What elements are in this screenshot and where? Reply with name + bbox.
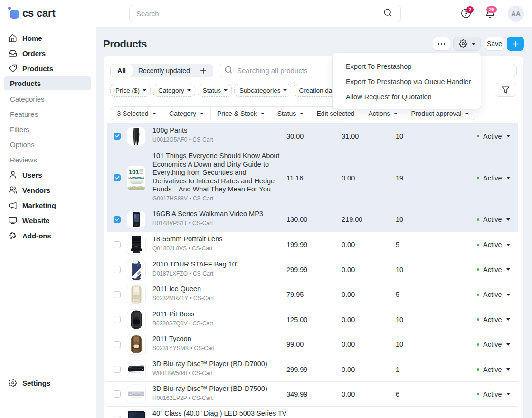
product-amount[interactable]: 5 — [396, 291, 399, 298]
add-product-button[interactable] — [507, 37, 524, 51]
product-status-dropdown[interactable]: Active — [477, 366, 510, 373]
product-list-price[interactable]: 0.00 — [342, 390, 355, 398]
product-price[interactable]: 299.99 — [286, 366, 307, 373]
product-thumbnail[interactable] — [127, 384, 146, 404]
product-price[interactable]: 130.00 — [286, 216, 307, 223]
sidebar-item-marketing[interactable]: Marketing — [0, 198, 96, 213]
product-thumbnail[interactable] — [127, 284, 146, 305]
filter-chip-subcategories[interactable]: Subcategories — [234, 84, 291, 97]
row-checkbox[interactable] — [114, 291, 121, 298]
product-thumbnail[interactable] — [127, 309, 146, 330]
product-amount[interactable]: 6 — [396, 390, 399, 398]
row-checkbox[interactable] — [114, 266, 121, 273]
product-list-price[interactable]: 0.00 — [342, 241, 355, 248]
sidebar-item-settings[interactable]: Settings — [0, 375, 96, 390]
actions-dropdown[interactable]: Actions — [361, 107, 405, 120]
more-actions-button[interactable] — [433, 37, 450, 51]
row-checkbox[interactable] — [114, 241, 121, 248]
product-list-price[interactable]: 31.00 — [342, 133, 359, 140]
row-checkbox[interactable] — [114, 366, 121, 373]
avatar[interactable]: AA — [508, 6, 524, 22]
filter-chip-price[interactable]: Price ($) — [110, 84, 151, 97]
product-status-dropdown[interactable]: Active — [477, 241, 510, 248]
product-list-price[interactable]: 0.00 — [342, 366, 355, 373]
product-price[interactable]: 199.99 — [286, 241, 307, 248]
product-amount[interactable]: 19 — [396, 174, 403, 182]
product-price[interactable]: 125.00 — [286, 316, 307, 323]
product-approval-dropdown[interactable]: Product approval — [405, 107, 475, 120]
product-thumbnail[interactable] — [127, 126, 146, 146]
sidebar-item-home[interactable]: Home — [0, 30, 96, 46]
sidebar-item-users[interactable]: Users — [0, 167, 96, 182]
product-list-price[interactable]: 0.00 — [342, 291, 355, 298]
sidebar-subitem-reviews[interactable]: Reviews — [4, 153, 91, 167]
row-checkbox[interactable] — [114, 133, 121, 140]
product-name[interactable]: 16GB A Series Walkman Video MP3 — [152, 210, 280, 218]
product-price[interactable]: 79.95 — [286, 291, 304, 298]
global-search-input[interactable] — [130, 10, 383, 18]
sidebar-item-addons[interactable]: Add-ons — [0, 228, 96, 243]
product-list-price[interactable]: 0.00 — [342, 266, 355, 274]
save-button[interactable]: Save — [485, 37, 504, 51]
product-name[interactable]: 100g Pants — [152, 126, 280, 135]
product-name[interactable]: 101 Things Everyone Should Know About Ec… — [152, 152, 280, 194]
product-list-price[interactable]: 0.00 — [342, 174, 355, 182]
logo[interactable]: cs cart — [8, 5, 56, 19]
sidebar-subitem-categories[interactable]: Categories — [4, 92, 91, 106]
menu-item-export-to-prestashop-via-queue-handler[interactable]: Export To Prestashop via Queue Handler — [333, 74, 481, 89]
price-stock-dropdown[interactable]: Price & Stock — [211, 107, 271, 120]
product-name[interactable]: 18-55mm Portrait Lens — [152, 235, 280, 244]
sidebar-item-products[interactable]: Products — [0, 61, 96, 76]
product-thumbnail[interactable] — [127, 259, 146, 281]
product-list-price[interactable]: 0.00 — [342, 316, 355, 323]
product-price[interactable]: 99.00 — [286, 341, 304, 348]
product-name[interactable]: 40" Class (40.0" Diag.) LED 5003 Series … — [152, 409, 280, 418]
product-status-dropdown[interactable]: Active — [477, 133, 510, 140]
add-tab-button[interactable] — [195, 67, 211, 75]
row-checkbox[interactable] — [114, 216, 121, 223]
product-amount[interactable]: 1 — [396, 366, 399, 373]
gear-dropdown-button[interactable] — [453, 37, 481, 51]
product-amount[interactable]: 10 — [396, 266, 403, 274]
product-status-dropdown[interactable]: Active — [477, 341, 510, 348]
row-checkbox[interactable] — [114, 174, 121, 181]
sidebar-subitem-products[interactable]: Products — [4, 76, 91, 90]
status-dropdown[interactable]: Status — [271, 107, 310, 120]
filter-chip-category[interactable]: Category — [153, 84, 195, 97]
product-list-price[interactable]: 219.00 — [342, 216, 362, 223]
product-list-price[interactable]: 0.00 — [342, 341, 355, 348]
menu-item-allow-request-for-quotation[interactable]: Allow Request for Quotation — [333, 89, 481, 104]
sidebar-item-orders[interactable]: Orders — [0, 46, 96, 61]
product-thumbnail[interactable] — [127, 334, 146, 355]
sidebar-subitem-features[interactable]: Features — [4, 107, 91, 121]
product-status-dropdown[interactable]: Active — [477, 266, 510, 274]
product-thumbnail[interactable] — [127, 211, 146, 228]
product-amount[interactable]: 10 — [396, 216, 403, 223]
row-checkbox[interactable] — [114, 390, 121, 398]
product-name[interactable]: 3D Blu-ray Disc™ Player (BD-D7500) — [152, 385, 280, 393]
product-price[interactable]: 30.00 — [286, 133, 304, 140]
sidebar-subitem-options[interactable]: Options — [4, 138, 91, 152]
edit-selected-button[interactable]: Edit selected — [310, 107, 361, 120]
sidebar-item-website[interactable]: Website — [0, 213, 96, 228]
product-name[interactable]: 2011 Pit Boss — [152, 310, 280, 319]
row-checkbox[interactable] — [114, 416, 121, 418]
product-status-dropdown[interactable]: Active — [477, 291, 510, 298]
product-amount[interactable]: 10 — [396, 316, 403, 323]
product-name[interactable]: 2011 Tycoon — [152, 335, 280, 343]
row-checkbox[interactable] — [114, 316, 121, 323]
notifications-button[interactable]: 28 — [485, 8, 496, 19]
product-thumbnail[interactable] — [127, 235, 146, 255]
advanced-filter-button[interactable] — [495, 83, 516, 97]
product-amount[interactable]: 10 — [396, 133, 403, 140]
category-dropdown[interactable]: Category — [162, 107, 211, 120]
product-thumbnail[interactable] — [127, 409, 146, 418]
product-name[interactable]: 3D Blu-ray Disc™ Player (BD-D7000) — [152, 360, 280, 369]
product-status-dropdown[interactable]: Active — [477, 316, 510, 323]
row-checkbox[interactable] — [114, 341, 121, 348]
product-price[interactable]: 299.99 — [286, 266, 307, 274]
product-price[interactable]: 11.16 — [286, 174, 303, 182]
sidebar-subitem-filters[interactable]: Filters — [4, 123, 91, 136]
product-amount[interactable]: 5 — [396, 241, 399, 248]
help-button[interactable]: 2 — [461, 8, 472, 19]
